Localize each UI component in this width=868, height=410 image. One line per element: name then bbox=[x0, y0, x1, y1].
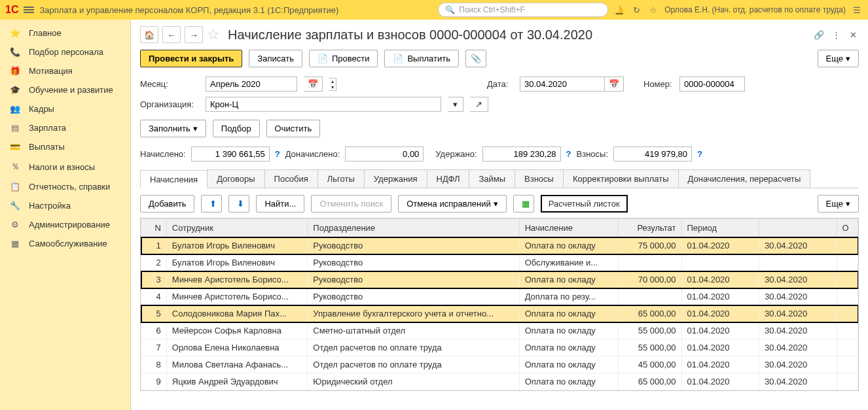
tab[interactable]: Корректировки выплаты bbox=[563, 169, 679, 188]
menu-icon[interactable] bbox=[24, 5, 34, 14]
bell-icon[interactable]: 🔔 bbox=[613, 4, 625, 16]
month-input[interactable] bbox=[206, 77, 297, 92]
settings-icon[interactable]: ☰ bbox=[851, 4, 863, 16]
sidebar-item[interactable]: ％Налоги и взносы bbox=[0, 156, 130, 177]
org-open-icon[interactable]: ↗ bbox=[470, 97, 488, 112]
attach-button[interactable]: 📎 bbox=[465, 50, 486, 67]
month-stepper[interactable]: ▴▾ bbox=[329, 78, 336, 91]
tabs: НачисленияДоговорыПособияЛьготыУдержания… bbox=[140, 169, 859, 188]
cancel-search-button[interactable]: Отменить поиск bbox=[311, 195, 391, 213]
col-employee[interactable]: Сотрудник bbox=[166, 219, 308, 237]
move-down-button[interactable]: ⬇ bbox=[228, 195, 249, 213]
top-bar: 1C Зарплата и управление персоналом КОРП… bbox=[0, 0, 868, 20]
tab[interactable]: Займы bbox=[469, 169, 515, 188]
tab[interactable]: Льготы bbox=[317, 169, 365, 188]
grid-settings-button[interactable]: ▦ bbox=[513, 195, 534, 213]
sidebar-label: Отчетность, справки bbox=[29, 182, 110, 192]
col-accrual[interactable]: Начисление bbox=[519, 219, 618, 237]
sidebar-item[interactable]: ▤Зарплата bbox=[0, 118, 130, 137]
search-icon: 🔍 bbox=[445, 5, 455, 14]
tab[interactable]: Начисления bbox=[140, 170, 208, 188]
sidebar-item[interactable]: 🔧Настройка bbox=[0, 196, 130, 215]
org-dropdown-icon[interactable]: ▾ bbox=[448, 97, 463, 112]
add-button[interactable]: Добавить bbox=[140, 195, 194, 213]
sidebar-item[interactable]: 📋Отчетность, справки bbox=[0, 177, 130, 196]
table-row[interactable]: 5Солодовникова Мария Пах...Управление бу… bbox=[141, 305, 858, 322]
contrib-value[interactable] bbox=[613, 146, 692, 162]
add-accrued-value[interactable] bbox=[345, 146, 424, 162]
tab[interactable]: Удержания bbox=[364, 169, 427, 188]
table-row[interactable]: 7Орлова Елена НиколаевнаОтдел расчетов п… bbox=[141, 339, 858, 356]
date-input[interactable] bbox=[520, 77, 605, 92]
find-button[interactable]: Найти... bbox=[256, 195, 304, 213]
user-name[interactable]: Орлова Е.Н. (Нач. отд. расчетов по оплат… bbox=[664, 5, 846, 14]
help-icon[interactable]: ? bbox=[566, 149, 571, 159]
calendar-icon[interactable]: 📅 bbox=[304, 77, 323, 92]
sidebar-item[interactable]: 🎓Обучение и развитие bbox=[0, 80, 130, 99]
tab[interactable]: НДФЛ bbox=[427, 169, 470, 188]
tab[interactable]: Договоры bbox=[207, 169, 264, 188]
more-button[interactable]: Еще▾ bbox=[818, 50, 859, 67]
table-row[interactable]: 9Яцкив Андрей ЭдуардовичЮридический отде… bbox=[141, 373, 858, 390]
table-row[interactable]: 1Булатов Игорь ВиленовичРуководствоОплат… bbox=[141, 237, 858, 254]
table-row[interactable]: 3Минчев Аристотель Борисо...РуководствоО… bbox=[141, 271, 858, 288]
favorite-icon[interactable]: ☆ bbox=[207, 26, 220, 43]
link-icon[interactable]: 🔗 bbox=[813, 29, 825, 41]
form-row-org: Организация: ▾ ↗ bbox=[131, 94, 868, 114]
table-row[interactable]: 8Милова Светлана Афанась...Отдел расчето… bbox=[141, 356, 858, 373]
col-period[interactable]: Период bbox=[681, 219, 759, 237]
star-icon[interactable]: ☆ bbox=[647, 4, 659, 16]
cancel-fix-button[interactable]: Отмена исправлений▾ bbox=[398, 195, 507, 213]
pay-icon: 📄 bbox=[393, 54, 403, 63]
pay-slip-button[interactable]: Расчетный листок bbox=[541, 195, 628, 213]
history-icon[interactable]: ↻ bbox=[630, 4, 642, 16]
col-o[interactable]: О bbox=[837, 219, 858, 237]
table-row[interactable]: 2Булатов Игорь ВиленовичРуководствоОбслу… bbox=[141, 254, 858, 271]
sidebar-icon: 🎁 bbox=[9, 66, 21, 76]
table-row[interactable]: 4Минчев Аристотель Борисо...РуководствоД… bbox=[141, 288, 858, 305]
back-button[interactable]: ← bbox=[162, 26, 181, 43]
chevron-down-icon: ▾ bbox=[846, 54, 850, 63]
pick-button[interactable]: Подбор bbox=[213, 120, 260, 137]
close-icon[interactable]: ✕ bbox=[847, 29, 859, 41]
tab[interactable]: Пособия bbox=[264, 169, 318, 188]
fill-button[interactable]: Заполнить▾ bbox=[140, 120, 206, 137]
search-input[interactable]: 🔍 Поиск Ctrl+Shift+F bbox=[438, 3, 608, 17]
sidebar-item[interactable]: 💳Выплаты bbox=[0, 137, 130, 156]
accrued-value[interactable] bbox=[191, 146, 270, 162]
col-period-end[interactable] bbox=[759, 219, 837, 237]
tab[interactable]: Взносы bbox=[515, 169, 564, 188]
add-accrued-label: Доначислено: bbox=[285, 149, 340, 159]
help-icon[interactable]: ? bbox=[697, 149, 702, 159]
home-button[interactable]: 🏠 bbox=[140, 26, 158, 43]
number-input[interactable] bbox=[679, 77, 745, 92]
post-button[interactable]: 📄Провести bbox=[309, 50, 378, 67]
sidebar-item[interactable]: 📞Подбор персонала bbox=[0, 43, 130, 61]
pay-button[interactable]: 📄Выплатить bbox=[384, 50, 459, 67]
forward-button[interactable]: → bbox=[185, 26, 203, 43]
col-result[interactable]: Результат bbox=[618, 219, 681, 237]
save-button[interactable]: Записать bbox=[249, 50, 302, 67]
sidebar-item[interactable]: ⭐Главное bbox=[0, 24, 130, 43]
withheld-value[interactable] bbox=[482, 146, 561, 162]
tab[interactable]: Доначисления, перерасчеты bbox=[678, 169, 811, 188]
sidebar-label: Кадры bbox=[29, 104, 54, 114]
post-close-button[interactable]: Провести и закрыть bbox=[140, 50, 242, 67]
sidebar-item[interactable]: ▦Самообслуживание bbox=[0, 234, 130, 253]
move-up-button[interactable]: ⬆ bbox=[201, 195, 222, 213]
org-input[interactable] bbox=[206, 97, 441, 112]
table-row[interactable]: 6Мейерсон Софья КарловнаСметно-штатный о… bbox=[141, 322, 858, 339]
sidebar-icon: 🎓 bbox=[9, 85, 21, 95]
contrib-label: Взносы: bbox=[577, 149, 609, 159]
help-icon[interactable]: ? bbox=[275, 149, 280, 159]
kebab-icon[interactable]: ⋮ bbox=[830, 29, 842, 41]
col-department[interactable]: Подразделение bbox=[308, 219, 519, 237]
clear-button[interactable]: Очистить bbox=[266, 120, 321, 137]
sidebar-item[interactable]: ⚙Администрирование bbox=[0, 215, 130, 234]
sidebar-label: Выплаты bbox=[29, 142, 65, 152]
sidebar-item[interactable]: 🎁Мотивация bbox=[0, 61, 130, 80]
table-more-button[interactable]: Еще▾ bbox=[818, 195, 859, 213]
col-n[interactable]: N bbox=[141, 219, 167, 237]
date-calendar-icon[interactable]: 📅 bbox=[605, 77, 624, 92]
sidebar-item[interactable]: 👥Кадры bbox=[0, 99, 130, 118]
